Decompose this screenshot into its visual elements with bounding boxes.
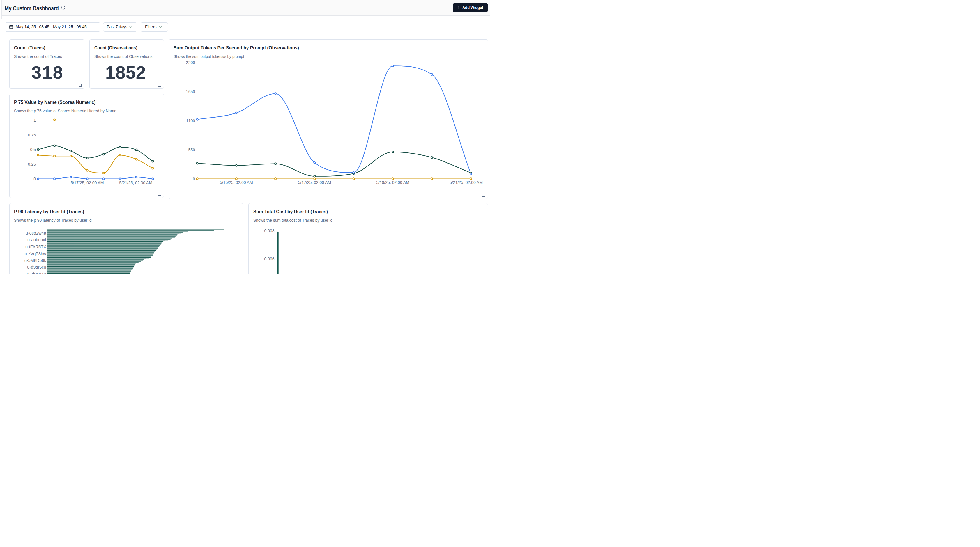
svg-text:1100: 1100 <box>186 119 195 123</box>
svg-text:u-8fVa9T3: u-8fVa9T3 <box>27 271 46 274</box>
svg-text:u-zVqP3hw: u-zVqP3hw <box>24 251 46 256</box>
svg-text:5/15/25, 02:00 AM: 5/15/25, 02:00 AM <box>220 180 253 185</box>
svg-text:u-tFAR5TX: u-tFAR5TX <box>25 244 46 249</box>
svg-text:u-8sq2w4a: u-8sq2w4a <box>25 231 46 235</box>
svg-text:0.006: 0.006 <box>264 256 274 261</box>
svg-text:1: 1 <box>33 118 36 122</box>
svg-text:1650: 1650 <box>186 89 195 94</box>
svg-text:0: 0 <box>33 177 36 181</box>
svg-text:0: 0 <box>193 177 195 181</box>
svg-text:0.5: 0.5 <box>30 147 36 152</box>
svg-text:550: 550 <box>188 147 196 152</box>
svg-text:2200: 2200 <box>186 60 195 65</box>
svg-text:5/21/25, 02:00 AM: 5/21/25, 02:00 AM <box>119 181 152 185</box>
svg-text:5/21/25, 02:00 AM: 5/21/25, 02:00 AM <box>450 180 483 185</box>
svg-text:u-d3qr5cg: u-d3qr5cg <box>27 265 46 270</box>
svg-text:0.25: 0.25 <box>28 162 35 166</box>
svg-text:u-aobnuxf: u-aobnuxf <box>27 238 46 242</box>
svg-text:0.75: 0.75 <box>28 133 35 137</box>
svg-text:5/19/25, 02:00 AM: 5/19/25, 02:00 AM <box>376 180 409 185</box>
svg-text:0.008: 0.008 <box>264 228 274 233</box>
svg-text:5/17/25, 02:00 AM: 5/17/25, 02:00 AM <box>70 181 103 185</box>
svg-text:5/17/25, 02:00 AM: 5/17/25, 02:00 AM <box>298 180 331 185</box>
svg-text:u-5M8D56k: u-5M8D56k <box>24 258 46 263</box>
